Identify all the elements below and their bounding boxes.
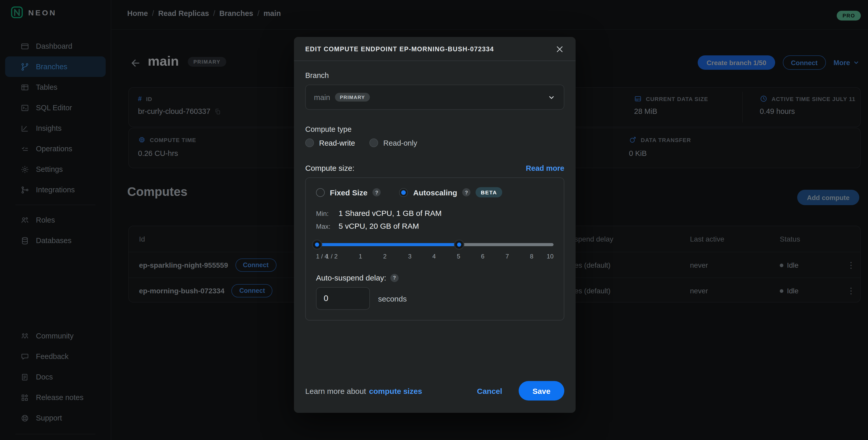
slider-fill [316, 243, 459, 246]
compute-size-header: Compute size: Read more [305, 164, 564, 172]
tick-label: 8 [530, 253, 533, 260]
tick-label: 10 [547, 253, 554, 260]
tick-label: 1 [359, 253, 362, 260]
compute-size-fieldset: Fixed Size ? Autoscaling ? BETA Min: 1 S… [305, 178, 564, 320]
radio-label: Read-write [319, 139, 355, 147]
save-button[interactable]: Save [519, 381, 564, 401]
cancel-button[interactable]: Cancel [474, 386, 505, 396]
tick-label: 6 [481, 253, 484, 260]
fixed-size-option[interactable]: Fixed Size ? [316, 188, 381, 197]
radio-autoscaling[interactable] [399, 188, 408, 197]
learn-more-text: Learn more aboutcompute sizes [305, 386, 422, 395]
compute-sizes-link[interactable]: compute sizes [369, 386, 422, 395]
tick-label: 1 / 2 [326, 253, 338, 260]
radio-fixed-size[interactable] [316, 188, 325, 197]
auto-suspend-label: Auto-suspend delay: ? [316, 273, 554, 282]
modal-header: EDIT COMPUTE ENDPOINT EP-MORNING-BUSH-07… [294, 37, 576, 61]
edit-compute-endpoint-modal: EDIT COMPUTE ENDPOINT EP-MORNING-BUSH-07… [294, 37, 576, 413]
primary-badge: PRIMARY [335, 93, 370, 101]
max-label: Max: [316, 223, 339, 230]
slider-ticks: 1 / 4 1 / 2 1 2 3 4 5 6 7 8 10 [316, 253, 554, 261]
slider-max-handle[interactable] [454, 240, 464, 250]
beta-badge: BETA [475, 187, 502, 197]
tick-label: 3 [408, 253, 411, 260]
read-more-link[interactable]: Read more [526, 164, 564, 172]
close-icon[interactable] [555, 44, 564, 54]
slider-min-handle[interactable] [312, 240, 322, 250]
compute-type-radios: Read-write Read-only [305, 138, 564, 147]
auto-suspend-input[interactable]: 0 [316, 287, 370, 310]
help-icon[interactable]: ? [462, 188, 470, 196]
max-size-row: Max: 5 vCPU, 20 GB of RAM [316, 222, 554, 230]
tick-label: 2 [383, 253, 386, 260]
auto-suspend-unit: seconds [378, 294, 407, 303]
radio-label: Fixed Size [330, 188, 368, 197]
modal-title: EDIT COMPUTE ENDPOINT EP-MORNING-BUSH-07… [305, 45, 494, 53]
read-only-option[interactable]: Read-only [369, 138, 417, 147]
help-icon[interactable]: ? [373, 188, 381, 196]
compute-size-slider[interactable] [316, 240, 554, 250]
tick-label: 4 [432, 253, 436, 260]
help-icon[interactable]: ? [391, 274, 399, 282]
autoscaling-option[interactable]: Autoscaling ? BETA [399, 187, 502, 197]
auto-suspend-row: 0 seconds [316, 287, 554, 310]
tick-label: 5 [457, 253, 460, 260]
min-size-row: Min: 1 Shared vCPU, 1 GB of RAM [316, 209, 554, 217]
learn-more-prefix: Learn more about [305, 386, 366, 395]
min-label: Min: [316, 210, 339, 217]
tick-label: 7 [505, 253, 509, 260]
compute-size-label: Compute size: [305, 164, 354, 172]
chevron-down-icon [547, 93, 556, 101]
size-mode-radios: Fixed Size ? Autoscaling ? BETA [316, 187, 554, 197]
read-write-option[interactable]: Read-write [305, 138, 355, 147]
radio-label: Read-only [383, 139, 417, 147]
radio-read-write[interactable] [305, 138, 314, 147]
app-window: NEON Dashboard Branches Tables SQL Edito… [0, 0, 868, 440]
modal-body: Branch main PRIMARY Compute type Read-wr… [294, 61, 576, 413]
radio-read-only[interactable] [369, 138, 378, 147]
max-value: 5 vCPU, 20 GB of RAM [339, 222, 419, 230]
branch-field-label: Branch [305, 71, 564, 80]
min-value: 1 Shared vCPU, 1 GB of RAM [339, 209, 442, 217]
auto-suspend-label-text: Auto-suspend delay: [316, 273, 386, 282]
radio-label: Autoscaling [413, 188, 457, 197]
footer-actions: Cancel Save [474, 381, 564, 401]
compute-type-label: Compute type [305, 125, 564, 133]
modal-footer: Learn more aboutcompute sizes Cancel Sav… [305, 381, 564, 401]
branch-select[interactable]: main PRIMARY [305, 85, 564, 110]
branch-select-value: main [314, 93, 330, 101]
